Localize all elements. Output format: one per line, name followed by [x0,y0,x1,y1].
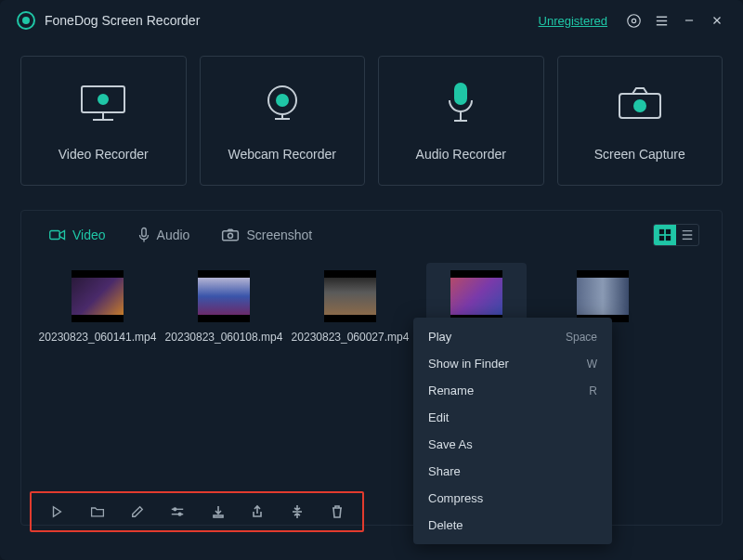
svg-rect-14 [455,84,466,104]
audio-recorder-card[interactable]: Audio Recorder [378,56,544,186]
ctx-edit[interactable]: Edit [413,404,612,431]
svg-point-23 [228,233,233,238]
camera-icon [612,80,668,126]
video-recorder-card[interactable]: Video Recorder [20,56,187,186]
thumbnail [198,270,250,322]
edit-pencil-icon[interactable] [131,503,145,520]
hamburger-menu-icon[interactable] [650,9,672,32]
grid-view-button[interactable] [654,225,676,245]
ctx-save-as[interactable]: Save As [413,431,612,458]
thumbnail [450,270,502,322]
media-item[interactable]: 20230823_060027.mp4 [300,263,400,352]
svg-rect-22 [223,231,239,241]
app-title: FoneDog Screen Recorder [45,13,200,28]
thumbnail [324,270,376,322]
settings-gear-icon[interactable] [622,9,645,32]
card-label: Webcam Recorder [228,147,336,162]
sliders-icon[interactable] [170,503,185,520]
svg-rect-19 [50,231,60,240]
microphone-icon [433,80,489,126]
webcam-icon [254,80,310,126]
app-logo [17,11,35,30]
svg-point-0 [632,19,635,22]
media-item-name: 20230823_060108.mp4 [163,330,285,352]
play-icon[interactable] [50,503,64,520]
view-toggle [653,224,699,246]
svg-rect-26 [659,236,664,241]
feature-row: Video Recorder Webcam Recorder Audio Rec… [0,41,743,199]
card-label: Video Recorder [59,147,149,162]
media-item[interactable]: 20230823_060108.mp4 [174,263,274,352]
tab-audio[interactable]: Audio [137,227,190,243]
tab-label: Video [72,228,106,242]
webcam-recorder-card[interactable]: Webcam Recorder [200,56,366,186]
thumbnail [577,270,629,322]
svg-rect-35 [214,515,223,517]
ctx-delete[interactable]: Delete [413,512,612,539]
svg-point-34 [179,513,182,515]
card-label: Audio Recorder [416,147,506,162]
compress-icon[interactable] [291,503,305,520]
ctx-show-in-finder[interactable]: Show in FinderW [413,350,612,377]
bottom-toolbar [30,491,364,532]
tab-label: Screenshot [246,228,312,242]
trash-icon[interactable] [330,503,344,520]
titlebar: FoneDog Screen Recorder Unregistered [0,0,743,41]
svg-point-1 [627,14,639,26]
svg-point-11 [98,95,108,104]
card-label: Screen Capture [594,147,685,162]
folder-icon[interactable] [90,503,105,520]
svg-rect-20 [141,228,146,237]
ctx-rename[interactable]: RenameR [413,377,612,404]
ctx-play[interactable]: PlaySpace [413,323,612,350]
media-item-name: 20230823_060141.mp4 [37,330,159,352]
svg-rect-27 [666,236,671,241]
media-item-name: 20230823_060027.mp4 [290,330,411,352]
thumbnail [72,270,124,322]
ctx-share[interactable]: Share [413,458,612,485]
svg-point-18 [634,100,645,111]
svg-point-13 [277,95,288,106]
media-item[interactable]: 20230823_060141.mp4 [47,263,148,352]
ctx-compress[interactable]: Compress [413,485,612,512]
media-tabs: Video Audio Screenshot [21,211,722,254]
minimize-button[interactable] [678,9,700,32]
download-icon[interactable] [211,503,225,520]
svg-point-33 [174,508,176,511]
close-button[interactable] [706,9,728,32]
svg-rect-24 [659,229,664,234]
unregistered-link[interactable]: Unregistered [539,14,607,28]
list-view-button[interactable] [676,225,698,245]
share-icon[interactable] [251,503,265,520]
screen-capture-card[interactable]: Screen Capture [557,56,723,186]
tab-label: Audio [157,228,190,242]
svg-rect-25 [666,229,671,234]
tab-screenshot[interactable]: Screenshot [221,228,312,242]
monitor-icon [75,80,131,126]
media-gallery: 20230823_060141.mp4 20230823_060108.mp4 … [21,254,722,352]
tab-video[interactable]: Video [49,228,106,242]
context-menu: PlaySpace Show in FinderW RenameR Edit S… [413,318,612,544]
